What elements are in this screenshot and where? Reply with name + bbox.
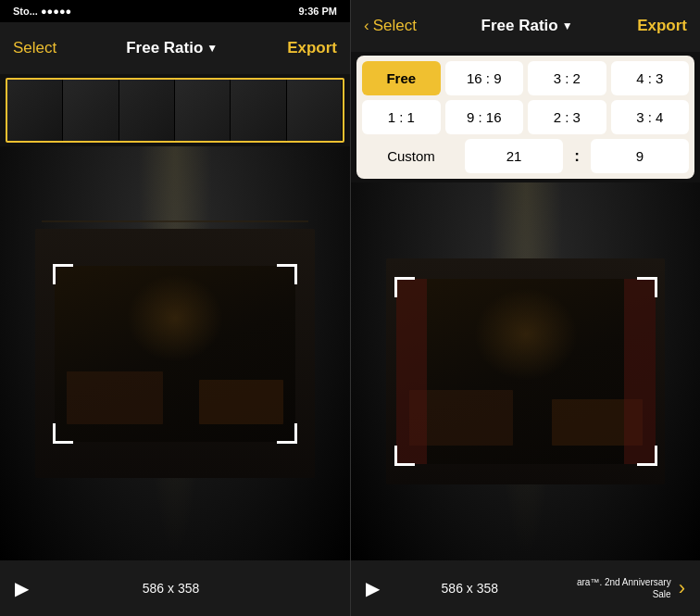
custom-label: Custom [362,139,460,173]
film-frame-5 [231,80,286,141]
ratio-btn-4-3[interactable]: 4 : 3 [611,61,690,95]
next-button-right[interactable]: › [679,576,685,600]
back-button-right[interactable]: ‹ Select [364,17,417,35]
title-right: Free Ratio ▼ [481,17,573,35]
top-bar-right: ‹ Select Free Ratio ▼ Export [351,0,700,52]
ratio-grid-row2: 1 : 1 9 : 16 2 : 3 3 : 4 [362,100,689,134]
bottom-bar-left: ▶ 586 x 358 [0,560,350,616]
ratio-custom-row: Custom 21 : 9 [362,139,689,173]
crop-handle-right-tr[interactable] [637,277,657,297]
crop-handle-right-bl[interactable] [394,446,415,466]
crop-overlay-left[interactable] [55,266,295,442]
ratio-btn-16-9[interactable]: 16 : 9 [445,61,524,95]
title-left: Free Ratio ▼ [126,39,218,57]
chevron-down-icon-right[interactable]: ▼ [562,19,573,32]
crop-handle-br[interactable] [277,423,297,444]
ratio-btn-1-1[interactable]: 1 : 1 [362,100,441,134]
ratio-grid-row1: Free 16 : 9 3 : 2 4 : 3 [362,61,689,95]
ratio-panel: Free 16 : 9 3 : 2 4 : 3 1 : 1 9 : 16 2 :… [356,56,694,179]
crop-inner-right [396,279,656,464]
filmstrip-frames [7,80,343,141]
canvas-area-left[interactable] [0,146,350,560]
status-bar-left: Sto... ●●●●● 9:36 PM [0,0,350,22]
play-button-right[interactable]: ▶ [366,577,380,599]
crop-box-left[interactable] [55,266,295,442]
film-frame-6 [287,80,343,141]
film-frame-2 [63,80,119,141]
crop-handle-tr[interactable] [277,264,297,284]
back-chevron-icon: ‹ [364,17,369,35]
ratio-btn-9-16[interactable]: 9 : 16 [445,100,524,134]
crop-handle-bl[interactable] [53,423,73,444]
time-display: 9:36 PM [298,6,337,17]
ratio-btn-2-3[interactable]: 2 : 3 [528,100,606,134]
top-bar-left: Select Free Ratio ▼ Export [0,22,350,74]
left-panel: Sto... ●●●●● 9:36 PM Select Free Ratio ▼… [0,0,350,616]
select-button-left[interactable]: Select [13,39,56,57]
chevron-down-icon[interactable]: ▼ [206,42,218,55]
ratio-colon-separator: : [568,147,586,166]
custom-input-2[interactable]: 9 [591,139,689,173]
ratio-btn-3-4[interactable]: 3 : 4 [611,100,690,134]
ratio-btn-3-2[interactable]: 3 : 2 [528,61,606,95]
export-button-right[interactable]: Export [637,17,687,35]
canvas-area-right[interactable] [351,182,700,560]
crop-handle-tl[interactable] [53,264,73,284]
scroll-text-right: ara™. 2nd Anniversary Sale [560,576,671,600]
crop-overlay-right[interactable] [396,279,656,464]
ratio-btn-free[interactable]: Free [362,61,441,95]
film-frame-1 [7,80,63,141]
bottom-right: ara™. 2nd Anniversary Sale › [560,576,685,600]
custom-input-1[interactable]: 21 [465,139,563,173]
bottom-bar-right: ▶ 586 x 358 ara™. 2nd Anniversary Sale › [351,560,700,616]
right-panel: ‹ Select Free Ratio ▼ Export Free 16 : 9… [350,0,700,616]
dimension-label-left: 586 x 358 [143,581,200,596]
filmstrip-left[interactable] [6,78,344,143]
crop-box-right[interactable] [396,279,656,464]
crop-handle-right-tl[interactable] [394,277,415,297]
export-button-left[interactable]: Export [287,39,337,57]
film-frame-3 [119,80,175,141]
crop-handle-right-br[interactable] [637,446,657,466]
crop-inner-left [55,266,295,442]
film-frame-4 [175,80,231,141]
dimension-label-right: 586 x 358 [442,581,499,596]
play-button-left[interactable]: ▶ [15,577,29,599]
carrier-status: Sto... ●●●●● [13,6,71,17]
